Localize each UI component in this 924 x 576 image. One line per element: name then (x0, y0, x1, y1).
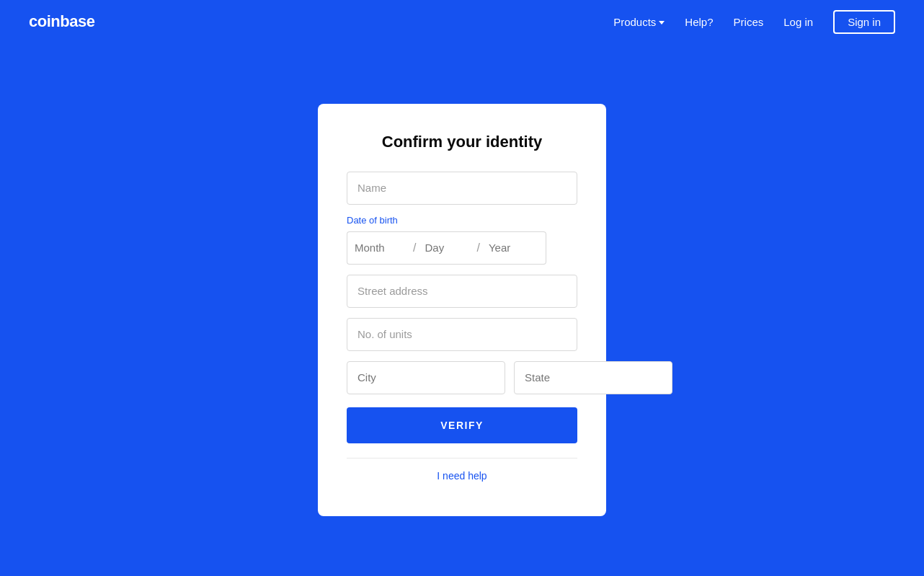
day-input[interactable] (417, 231, 475, 265)
products-label: Products (613, 16, 656, 28)
help-link[interactable]: I need help (437, 470, 487, 482)
card-title: Confirm your identity (382, 133, 542, 151)
logo: coinbase (29, 12, 94, 31)
form-container: Date of birth / / VERIFY (347, 172, 577, 443)
login-link[interactable]: Log in (783, 16, 813, 28)
dob-separator-2: / (475, 231, 481, 265)
units-input[interactable] (347, 318, 577, 351)
identity-card: Confirm your identity Date of birth / / (318, 104, 606, 516)
signin-button[interactable]: Sign in (833, 10, 895, 34)
city-input[interactable] (347, 361, 505, 394)
city-state-row (347, 361, 577, 394)
state-input[interactable] (514, 361, 672, 394)
name-input[interactable] (347, 172, 577, 205)
month-input[interactable] (347, 231, 412, 265)
year-input[interactable] (481, 231, 546, 265)
verify-button[interactable]: VERIFY (347, 407, 577, 443)
street-address-input[interactable] (347, 275, 577, 308)
nav-right: Products Help? Prices Log in Sign in (613, 10, 895, 34)
dob-section: Date of birth / / (347, 215, 577, 265)
navbar: coinbase Products Help? Prices Log in Si… (0, 0, 924, 43)
products-menu[interactable]: Products (613, 16, 665, 28)
chevron-down-icon (659, 21, 665, 25)
help-link[interactable]: Help? (685, 16, 713, 28)
prices-link[interactable]: Prices (734, 16, 764, 28)
page-body: Confirm your identity Date of birth / / (0, 43, 924, 576)
dob-separator-1: / (412, 231, 417, 265)
dob-label: Date of birth (347, 215, 577, 226)
divider (347, 458, 577, 458)
dob-row: / / (347, 231, 577, 265)
